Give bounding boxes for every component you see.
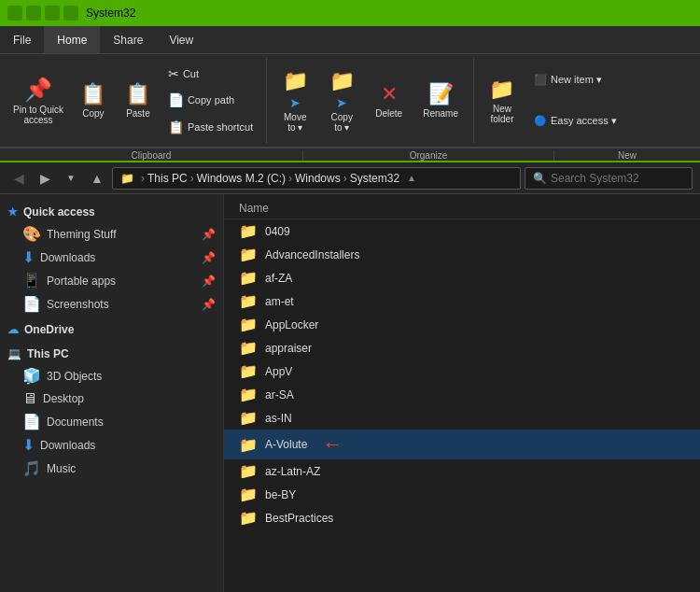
sidebar-item-documents[interactable]: 📄 Documents — [0, 410, 223, 433]
table-row[interactable]: 📁be-BY — [224, 483, 700, 506]
menu-home[interactable]: Home — [44, 26, 100, 53]
delete-button[interactable]: ✕ Delete — [368, 62, 410, 139]
table-row[interactable]: 📁appraiser — [224, 336, 700, 359]
sidebar-item-music[interactable]: 🎵 Music — [0, 457, 223, 480]
search-box[interactable]: 🔍 — [525, 167, 693, 190]
pin-indicator: 📌 — [202, 228, 216, 241]
path-thispc: This PC — [147, 172, 188, 185]
table-row[interactable]: 📁0409 — [224, 219, 700, 243]
easy-access-button[interactable]: 🔵 Easy access ▾ — [528, 113, 623, 129]
file-name: am-et — [265, 295, 294, 308]
table-row[interactable]: 📁am-et — [224, 289, 700, 313]
paste-button[interactable]: 📋 Paste — [118, 62, 159, 139]
copy-button[interactable]: 📋 Copy — [73, 62, 114, 139]
move-to-button[interactable]: 📁 ➤ Moveto ▾ — [274, 62, 315, 139]
search-icon: 🔍 — [533, 172, 547, 185]
music-label: Music — [47, 462, 76, 475]
move-arrow-icon: ➤ — [289, 95, 301, 110]
table-row[interactable]: 📁A-Volute← — [224, 430, 700, 459]
file-name: appraiser — [265, 342, 312, 355]
address-bar: ◀ ▶ ▼ ▲ 📁 › This PC › Windows M.2 (C:) ›… — [0, 162, 700, 194]
documents-label: Documents — [47, 416, 104, 429]
pin-to-quick-access-button[interactable]: 📌 Pin to Quickaccess — [7, 62, 69, 139]
file-name: AdvancedInstallers — [265, 248, 359, 261]
sidebar-item-downloads-quick[interactable]: ⬇ Downloads 📌 — [0, 246, 223, 269]
onedrive-icon: ☁ — [7, 323, 19, 336]
table-row[interactable]: 📁az-Latn-AZ — [224, 459, 700, 483]
folder-icon: 📁 — [239, 509, 258, 527]
file-list-header[interactable]: Name — [224, 198, 700, 219]
copy-path-button[interactable]: 📄 Copy path — [162, 91, 259, 109]
copy-icon: 📋 — [80, 82, 105, 106]
recent-button[interactable]: ▼ — [60, 167, 82, 190]
menu-bar: File Home Share View — [0, 26, 700, 54]
new-item-button[interactable]: ⬛ New item ▾ — [528, 72, 623, 88]
organize-label: Organize — [303, 150, 554, 161]
theming-label: Theming Stuff — [47, 228, 116, 241]
clipboard-small-btns: ✂ Cut 📄 Copy path 📋 Paste shortcut — [162, 62, 259, 139]
downloads-label-quick: Downloads — [40, 251, 95, 264]
new-group: 📁 Newfolder ⬛ New item ▾ 🔵 Easy access ▾ — [474, 58, 700, 143]
path-sep-1: › — [190, 172, 194, 185]
address-path[interactable]: 📁 › This PC › Windows M.2 (C:) › Windows… — [112, 167, 521, 190]
new-folder-button[interactable]: 📁 Newfolder — [482, 62, 523, 139]
back-button[interactable]: ◀ — [7, 167, 30, 190]
ribbon-labels: Clipboard Organize New — [0, 148, 700, 161]
table-row[interactable]: 📁AdvancedInstallers — [224, 243, 700, 266]
forward-button[interactable]: ▶ — [34, 167, 56, 190]
sidebar-item-theming[interactable]: 🎨 Theming Stuff 📌 — [0, 222, 223, 246]
sidebar-item-downloads-pc[interactable]: ⬇ Downloads — [0, 433, 223, 457]
scissors-icon: ✂ — [168, 66, 179, 81]
table-row[interactable]: 📁ar-SA — [224, 383, 700, 406]
sidebar-item-screenshots[interactable]: 📄 Screenshots 📌 — [0, 292, 223, 316]
sidebar-item-3dobjects[interactable]: 🧊 3D Objects — [0, 364, 223, 388]
menu-view[interactable]: View — [156, 26, 206, 53]
search-input[interactable] — [551, 172, 691, 185]
sidebar-item-desktop[interactable]: 🖥 Desktop — [0, 388, 223, 410]
copy-to-button[interactable]: 📁 ➤ Copyto ▾ — [321, 62, 362, 139]
downloads-icon-quick: ⬇ — [22, 248, 35, 266]
menu-share[interactable]: Share — [100, 26, 156, 53]
ribbon: 📌 Pin to Quickaccess 📋 Copy 📋 Paste ✂ Cu… — [0, 54, 700, 162]
menu-file[interactable]: File — [0, 26, 44, 53]
folder-icon: 📁 — [239, 292, 258, 310]
downloads-icon-pc: ⬇ — [22, 436, 35, 454]
table-row[interactable]: 📁AppLocker — [224, 313, 700, 336]
quick-access-header[interactable]: ★ Quick access — [0, 202, 223, 222]
portable-icon: 📱 — [22, 272, 41, 289]
table-row[interactable]: 📁BestPractices — [224, 506, 700, 529]
folder-icon: 📁 — [120, 172, 134, 185]
file-name: be-BY — [265, 488, 296, 501]
ribbon-content: 📌 Pin to Quickaccess 📋 Copy 📋 Paste ✂ Cu… — [0, 54, 700, 148]
table-row[interactable]: 📁as-IN — [224, 406, 700, 430]
sidebar-item-portable[interactable]: 📱 Portable apps 📌 — [0, 269, 223, 292]
arrow-indicator: ← — [322, 432, 343, 457]
paste-shortcut-button[interactable]: 📋 Paste shortcut — [162, 118, 259, 136]
cut-button[interactable]: ✂ Cut — [162, 64, 259, 83]
screenshots-icon: 📄 — [22, 295, 41, 313]
delete-label: Delete — [375, 108, 402, 119]
tb-icon-4 — [63, 6, 78, 21]
onedrive-header[interactable]: ☁ OneDrive — [0, 319, 223, 340]
theming-icon: 🎨 — [22, 225, 41, 243]
pin-indicator-2: 📌 — [202, 251, 216, 264]
window-title: System32 — [86, 7, 135, 20]
path-sep-3: › — [343, 172, 347, 185]
file-list: Name 📁0409📁AdvancedInstallers📁af-ZA📁am-e… — [224, 194, 700, 592]
pin-icon: 📌 — [24, 77, 52, 103]
folder-icon: 📁 — [239, 316, 258, 333]
rename-button[interactable]: 📝 Rename — [415, 62, 466, 139]
new-item-icon: ⬛ — [534, 74, 547, 86]
thispc-header[interactable]: 💻 This PC — [0, 344, 223, 364]
desktop-label: Desktop — [43, 392, 84, 405]
title-bar: System32 — [0, 0, 700, 26]
sidebar: ★ Quick access 🎨 Theming Stuff 📌 ⬇ Downl… — [0, 194, 224, 592]
table-row[interactable]: 📁AppV — [224, 359, 700, 383]
name-column-header: Name — [239, 202, 269, 215]
table-row[interactable]: 📁af-ZA — [224, 266, 700, 289]
folder-icon: 📁 — [239, 269, 258, 287]
paste-label: Paste — [126, 108, 150, 119]
up-button[interactable]: ▲ — [86, 167, 108, 190]
new-label: New — [554, 150, 700, 161]
file-name: az-Latn-AZ — [265, 465, 320, 478]
